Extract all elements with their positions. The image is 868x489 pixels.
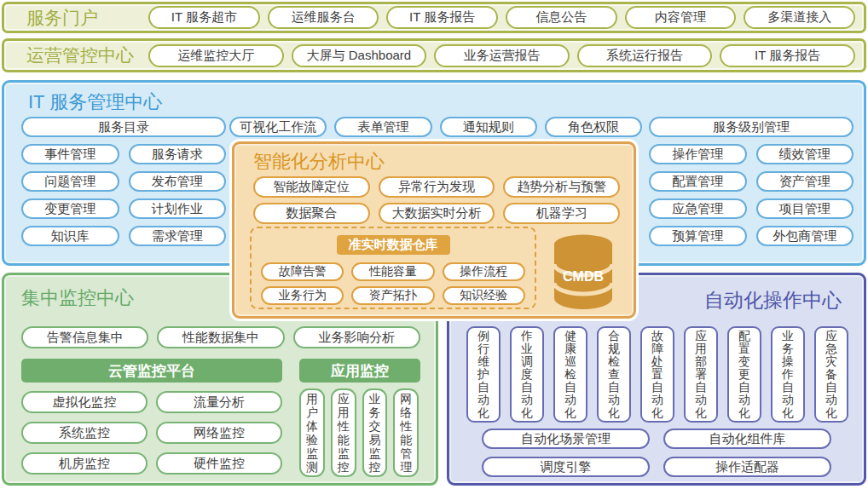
itsm-pill: 计划作业 <box>129 198 227 219</box>
monitor-vertical-pill: 业务交易监控 <box>362 388 388 477</box>
automation-vertical-pill: 作业调度自动化 <box>510 326 544 423</box>
warehouse-pill: 资产拓扑 <box>351 286 434 305</box>
automation-vertical-pill: 故障处置自动化 <box>640 326 674 423</box>
automation-vertical-pill: 应急灾备自动化 <box>814 326 848 423</box>
automation-vertical-pill: 健康巡检自动化 <box>553 326 587 423</box>
operations-control-title: 运营管控中心 <box>13 43 141 67</box>
automation-bottom-rows: 自动化场景管理 自动化组件库 调度引擎 操作适配器 <box>482 429 831 485</box>
automation-pill: 调度引擎 <box>482 457 650 477</box>
analysis-rows: 智能故障定位 异常行为发现 趋势分析与预警 数据聚合 大数据实时分析 机器学习 <box>253 176 620 229</box>
data-warehouse-box: 准实时数据仓库 故障告警 性能容量 操作流程 业务行为 资产拓扑 知识经验 <box>250 227 536 309</box>
ops-item: 运维监控大厅 <box>148 44 284 67</box>
automation-title: 自动化操作中心 <box>704 287 842 314</box>
portal-item: 信息公告 <box>506 6 617 29</box>
automation-pill: 自动化组件库 <box>663 429 831 449</box>
cloud-monitor-grid: 虚拟化监控 流量分析 系统监控 网络监控 机房监控 硬件监控 <box>21 391 282 483</box>
portal-item: 运维服务台 <box>268 6 379 29</box>
monitor-pill: 告警信息集中 <box>21 326 148 348</box>
monitor-pill: 业务影响分析 <box>293 326 420 348</box>
analysis-pill: 大数据实时分析 <box>379 203 495 224</box>
monitor-bars: 云管监控平台 应用监控 <box>21 359 420 383</box>
warehouse-pill: 业务行为 <box>261 286 344 305</box>
cmdb-cylinder-icon: CMDB <box>550 233 616 316</box>
itsm-pill: 项目管理 <box>756 198 854 219</box>
central-monitoring-title: 集中监控中心 <box>21 285 134 311</box>
itsm-pill: 资产管理 <box>756 171 854 192</box>
automation-vertical-pill: 业务操作自动化 <box>771 326 805 423</box>
itsm-pill: 发布管理 <box>129 171 227 192</box>
ops-item: 大屏与 Dashboard <box>292 44 427 67</box>
automation-vertical-pill: 应用部署自动化 <box>684 326 718 423</box>
portal-item: IT 服务超市 <box>148 6 260 29</box>
monitor-pill: 流量分析 <box>156 391 282 413</box>
service-catalog-pill: 服务目录 <box>21 117 226 137</box>
analysis-panel: 智能化分析中心 智能故障定位 异常行为发现 趋势分析与预警 数据聚合 大数据实时… <box>232 141 636 319</box>
monitor-pill: 硬件监控 <box>156 452 282 475</box>
analysis-pill: 智能故障定位 <box>253 176 370 198</box>
cloud-monitor-bar: 云管监控平台 <box>21 359 282 383</box>
itsm-title: IT 服务管理中心 <box>28 89 162 115</box>
app-monitor-items: 用户体验监测 应用性能监控 业务交易监控 网络性能管理 <box>299 388 419 477</box>
analysis-pill: 数据聚合 <box>253 203 370 224</box>
itsm-pill: 外包商管理 <box>756 226 854 246</box>
itsm-top-row: 可视化工作流 表单管理 通知规则 角色权限 <box>229 117 642 137</box>
automation-vertical-pill: 合规检查自动化 <box>597 326 631 423</box>
warehouse-pill: 知识经验 <box>443 286 525 305</box>
warehouse-pill: 性能容量 <box>351 262 434 281</box>
app-monitor-bar: 应用监控 <box>299 359 420 383</box>
itsm-pill: 表单管理 <box>334 117 431 137</box>
ops-item: 系统运行报告 <box>577 44 713 67</box>
analysis-title: 智能化分析中心 <box>253 149 385 175</box>
monitor-pill: 性能数据集中 <box>157 326 284 348</box>
warehouse-pill: 故障告警 <box>261 262 344 281</box>
itsm-right-column: 服务级别管理 操作管理 绩效管理 配置管理 资产管理 应急管理 项目管理 预算管… <box>649 117 854 253</box>
itsm-pill: 应急管理 <box>649 198 747 219</box>
itsm-pill: 角色权限 <box>545 117 642 137</box>
itsm-pill: 变更管理 <box>21 198 119 219</box>
automation-vertical-pill: 例行维护自动化 <box>466 326 501 423</box>
data-warehouse-label: 准实时数据仓库 <box>337 235 450 255</box>
monitor-vertical-pill: 用户体验监测 <box>299 388 325 477</box>
service-portal-title: 服务门户 <box>13 6 141 30</box>
analysis-pill: 趋势分析与预警 <box>503 176 620 198</box>
automation-pill: 自动化场景管理 <box>482 429 650 449</box>
monitor-pill: 机房监控 <box>21 452 148 475</box>
itsm-pill: 绩效管理 <box>756 144 854 164</box>
automation-items: 例行维护自动化 作业调度自动化 健康巡检自动化 合规检查自动化 故障处置自动化 … <box>466 326 848 423</box>
itsm-pill: 知识库 <box>21 226 119 246</box>
itsm-pill: 通知规则 <box>440 117 537 137</box>
analysis-pill: 机器学习 <box>503 203 620 224</box>
data-warehouse-rows: 故障告警 性能容量 操作流程 业务行为 资产拓扑 知识经验 <box>252 262 535 305</box>
monitor-pill: 网络监控 <box>156 422 282 444</box>
operations-control-bar: 运营管控中心 运维监控大厅 大屏与 Dashboard 业务运营报告 系统运行报… <box>2 38 866 72</box>
cmdb-label: CMDB <box>563 269 604 284</box>
itsm-pill: 问题管理 <box>21 171 119 192</box>
service-level-pill: 服务级别管理 <box>649 117 854 137</box>
monitor-pill: 系统监控 <box>21 422 148 444</box>
warehouse-pill: 操作流程 <box>443 262 525 281</box>
monitor-top-row: 告警信息集中 性能数据集中 业务影响分析 <box>21 326 420 348</box>
monitor-vertical-pill: 应用性能监控 <box>331 388 356 477</box>
ops-item: IT 服务报告 <box>720 44 855 67</box>
itsm-pill: 可视化工作流 <box>229 117 327 137</box>
ops-item: 业务运营报告 <box>434 44 570 67</box>
itsm-pill: 操作管理 <box>649 144 747 164</box>
itsm-left-column: 服务目录 事件管理 服务请求 问题管理 发布管理 变更管理 计划作业 知识库 需… <box>21 117 226 253</box>
monitor-pill: 虚拟化监控 <box>21 391 148 413</box>
itsm-pill: 配置管理 <box>649 171 747 192</box>
analysis-pill: 异常行为发现 <box>379 176 495 198</box>
itsm-pill: 需求管理 <box>129 226 227 246</box>
automation-vertical-pill: 配置变更自动化 <box>727 326 761 423</box>
itsm-pill: 预算管理 <box>649 226 747 246</box>
automation-pill: 操作适配器 <box>663 457 831 477</box>
itsm-pill: 服务请求 <box>129 144 227 164</box>
service-portal-bar: 服务门户 IT 服务超市 运维服务台 IT 服务报告 信息公告 内容管理 多渠道… <box>2 2 866 33</box>
monitor-vertical-pill: 网络性能管理 <box>393 388 419 477</box>
portal-item: IT 服务报告 <box>386 6 498 29</box>
itsm-pill: 事件管理 <box>21 144 119 164</box>
portal-item: 多渠道接入 <box>744 6 855 29</box>
portal-item: 内容管理 <box>625 6 737 29</box>
